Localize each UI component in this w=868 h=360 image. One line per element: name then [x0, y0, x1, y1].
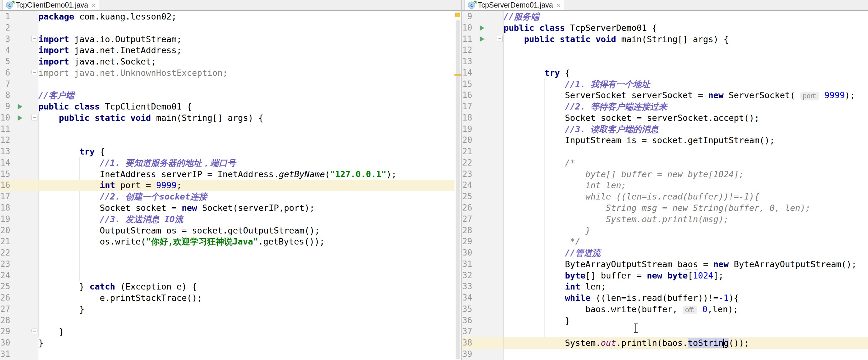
- line-number[interactable]: 21: [462, 146, 477, 157]
- code-line-19[interactable]: 19 //3. 读取客户端的消息: [462, 124, 868, 135]
- code-line-17[interactable]: 17 //2. 创建一个socket连接: [0, 191, 455, 202]
- code-line-18[interactable]: 18 Socket socket = new Socket(serverIP,p…: [0, 202, 455, 214]
- code-line-17[interactable]: 17 //2. 等待客户端连接过来: [462, 101, 868, 112]
- line-number[interactable]: 17: [0, 191, 15, 202]
- code-line-14[interactable]: 14 try {: [462, 67, 868, 79]
- code-line-22[interactable]: 22 /*: [462, 157, 868, 169]
- code-line-6[interactable]: 6 −import java.net.UnknownHostException;: [0, 67, 455, 79]
- line-number[interactable]: 9: [0, 101, 15, 112]
- code-line-20[interactable]: 20 InputStream is = socket.getInputStrea…: [462, 135, 868, 146]
- line-number[interactable]: 21: [0, 236, 15, 247]
- line-number[interactable]: 1: [0, 11, 15, 22]
- code-line-33[interactable]: 33 int len;: [462, 281, 868, 292]
- code-line-24[interactable]: 24: [0, 270, 455, 281]
- tab-tcpserverdemo01[interactable]: c TcpServerDemo01.java ×: [465, 0, 564, 10]
- code-line-10[interactable]: 10 − public static void main(String[] ar…: [0, 112, 455, 124]
- code-line-27[interactable]: 27 System.out.println(msg);: [462, 214, 868, 225]
- line-number[interactable]: 9: [462, 11, 477, 22]
- code-line-1[interactable]: 1 package com.kuang.lesson02;: [0, 11, 455, 22]
- warning-status-square[interactable]: [456, 12, 460, 17]
- line-number[interactable]: 3: [0, 34, 15, 45]
- line-number[interactable]: 24: [0, 270, 15, 281]
- code-line-11[interactable]: 11 − public static void main(String[] ar…: [462, 34, 868, 45]
- code-line-14[interactable]: 14 //1. 要知道服务器的地址，端口号: [0, 157, 455, 169]
- code-line-25[interactable]: 25 while ((len=is.read(buffer))!=-1){: [462, 191, 868, 202]
- pane-divider[interactable]: [461, 0, 462, 360]
- line-number[interactable]: 30: [462, 247, 477, 259]
- code-line-16[interactable]: 16 int port = 9999;: [0, 180, 455, 191]
- line-number[interactable]: 18: [462, 112, 477, 124]
- line-number[interactable]: 28: [462, 225, 477, 236]
- close-icon[interactable]: ×: [556, 2, 560, 9]
- code-line-22[interactable]: 22: [0, 247, 455, 259]
- code-line-25[interactable]: 25 } catch (Exception e) {: [0, 281, 455, 292]
- line-number[interactable]: 11: [0, 124, 15, 135]
- code-line-32[interactable]: 32 byte[] buffer = new byte[1024];: [462, 270, 868, 281]
- line-number[interactable]: 26: [0, 292, 15, 304]
- line-number[interactable]: 29: [0, 326, 15, 337]
- line-number[interactable]: 7: [0, 79, 15, 90]
- line-number[interactable]: 19: [462, 124, 477, 135]
- code-line-16[interactable]: 16 ServerSocket serverSocket = new Serve…: [462, 90, 868, 101]
- code-line-20[interactable]: 20 OutputStream os = socket.getOutputStr…: [0, 225, 455, 236]
- code-line-28[interactable]: 28 }: [462, 225, 868, 236]
- code-line-29[interactable]: 29 */: [462, 236, 868, 247]
- line-number[interactable]: 30: [0, 337, 15, 349]
- line-number[interactable]: 6: [0, 67, 15, 79]
- line-number[interactable]: 22: [462, 157, 477, 169]
- code-line-34[interactable]: 34 while ((len=is.read(buffer))!=-1){: [462, 292, 868, 304]
- code-line-30[interactable]: 30 }: [0, 337, 455, 349]
- line-number[interactable]: 39: [462, 349, 477, 360]
- line-number[interactable]: 18: [0, 202, 15, 214]
- line-number[interactable]: 33: [462, 281, 477, 292]
- line-number[interactable]: 13: [0, 146, 15, 157]
- code-line-15[interactable]: 15 //1. 我得有一个地址: [462, 79, 868, 90]
- line-number[interactable]: 5: [0, 56, 15, 67]
- code-line-2[interactable]: 2: [0, 22, 455, 34]
- line-number[interactable]: 17: [462, 101, 477, 112]
- line-number[interactable]: 32: [462, 270, 477, 281]
- warning-stripe-mark[interactable]: [455, 74, 461, 76]
- code-line-28[interactable]: 28: [0, 315, 455, 326]
- code-line-5[interactable]: 5 import java.net.Socket;: [0, 56, 455, 67]
- code-line-36[interactable]: 36 }: [462, 315, 868, 326]
- line-number[interactable]: 27: [462, 214, 477, 225]
- code-line-7[interactable]: 7: [0, 79, 455, 90]
- code-line-9[interactable]: 9 public class TcpClientDemo01 {: [0, 101, 455, 112]
- scrollbar-thumb[interactable]: [456, 20, 460, 359]
- line-number[interactable]: 22: [0, 247, 15, 259]
- line-number[interactable]: 16: [462, 90, 477, 101]
- line-number[interactable]: 27: [0, 304, 15, 315]
- line-number[interactable]: 34: [462, 292, 477, 304]
- code-line-11[interactable]: 11: [0, 124, 455, 135]
- code-line-8[interactable]: 8 //客户端: [0, 90, 455, 101]
- line-number[interactable]: 2: [0, 22, 15, 34]
- line-number[interactable]: 29: [462, 236, 477, 247]
- code-line-3[interactable]: 3 −import java.io.OutputStream;: [0, 34, 455, 45]
- fold-icon-minus[interactable]: −: [497, 36, 503, 42]
- code-line-30[interactable]: 30 //管道流: [462, 247, 868, 259]
- line-number[interactable]: 24: [462, 180, 477, 191]
- code-line-26[interactable]: 26 String msg = new String(buffer, 0, le…: [462, 202, 868, 214]
- line-number[interactable]: 15: [462, 79, 477, 90]
- line-number[interactable]: 23: [462, 169, 477, 180]
- line-number[interactable]: 20: [0, 225, 15, 236]
- run-line-icon[interactable]: [479, 36, 484, 42]
- code-line-38[interactable]: 38 System.out.println(baos.toString());: [462, 337, 868, 349]
- line-number[interactable]: 28: [0, 315, 15, 326]
- fold-icon-minus[interactable]: −: [31, 115, 37, 121]
- line-number[interactable]: 38: [462, 337, 477, 349]
- line-number[interactable]: 10: [462, 22, 477, 34]
- code-line-37[interactable]: 37: [462, 326, 868, 337]
- line-number[interactable]: 15: [0, 169, 15, 180]
- line-number[interactable]: 8: [0, 90, 15, 101]
- fold-icon-end[interactable]: −: [31, 329, 37, 334]
- code-line-23[interactable]: 23 byte[] buffer = new byte[1024];: [462, 169, 868, 180]
- code-line-10[interactable]: 10 public class TcpServerDemo01 {: [462, 22, 868, 34]
- line-number[interactable]: 25: [462, 191, 477, 202]
- code-line-13[interactable]: 13: [462, 56, 868, 67]
- code-line-26[interactable]: 26 e.printStackTrace();: [0, 292, 455, 304]
- fold-icon-end[interactable]: −: [31, 70, 37, 76]
- line-number[interactable]: 25: [0, 281, 15, 292]
- code-line-19[interactable]: 19 //3. 发送消息 IO流: [0, 214, 455, 225]
